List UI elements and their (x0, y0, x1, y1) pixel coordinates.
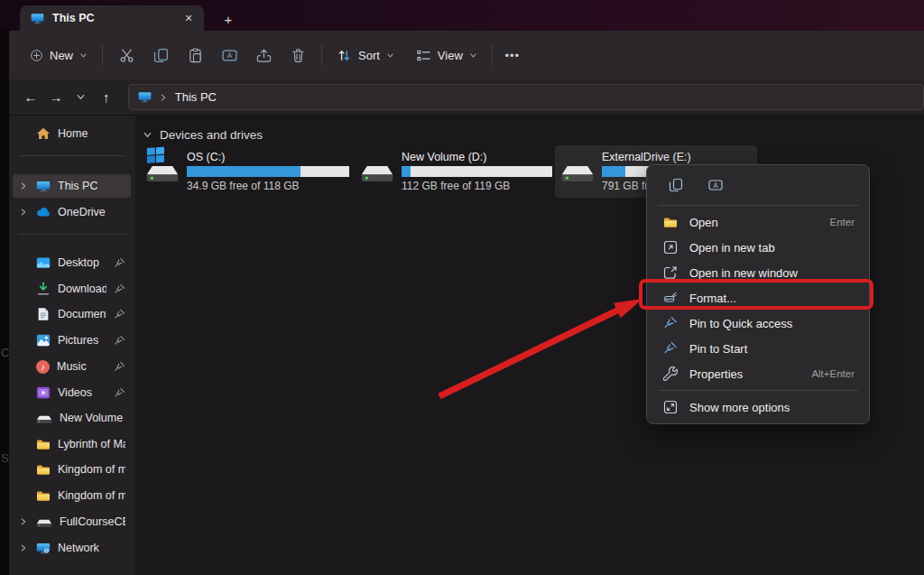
sort-button[interactable]: Sort (328, 42, 402, 69)
copy-button[interactable] (143, 41, 178, 70)
delete-button[interactable] (281, 41, 315, 70)
view-button[interactable]: View (408, 42, 485, 69)
wrench-icon (663, 366, 678, 381)
address-bar[interactable]: This PC (128, 84, 924, 110)
open-in-new-tab-icon (663, 240, 678, 255)
sidebar-item-lybrinth-of-magic[interactable]: Lybrinth of Magic (13, 432, 131, 456)
forward-button[interactable]: → (43, 85, 69, 110)
this-pc-monitor-icon (138, 91, 152, 103)
sidebar-separator (18, 155, 126, 156)
chevron-right-icon (19, 208, 28, 217)
sidebar-item-network[interactable]: Network (13, 536, 131, 560)
menu-item-shortcut: Alt+Enter (811, 368, 855, 379)
sidebar-item-label: New Volume (D:) (60, 412, 125, 424)
sidebar-item-new-volume-d[interactable]: New Volume (D:) (13, 406, 131, 430)
drive-name: New Volume (D:) (402, 151, 552, 163)
document-icon (36, 307, 51, 321)
sidebar-item-downloads[interactable]: Downloads (13, 277, 131, 301)
annotation-box-format (639, 279, 873, 310)
drive-usage-fill (402, 166, 411, 177)
sidebar-item-pictures[interactable]: Pictures (13, 329, 131, 352)
ellipsis-icon: ••• (504, 49, 520, 62)
copy-button[interactable] (661, 173, 690, 197)
sidebar-item-kingdom-of-magic-1[interactable]: Kingdom of magic (13, 458, 131, 481)
sidebar-item-documents[interactable]: Documents (13, 302, 131, 326)
new-button[interactable]: New (22, 43, 96, 68)
desktop-icon (36, 255, 51, 270)
toolbar: New Sort View ••• (9, 31, 924, 79)
menu-item-properties[interactable]: Properties Alt+Enter (651, 361, 865, 386)
sidebar-item-label: FullCourseCE (E:) (60, 515, 125, 528)
sidebar-item-music[interactable]: ♪ Music (13, 355, 131, 378)
rename-button[interactable] (701, 173, 730, 197)
breadcrumb-chevron-icon (159, 93, 168, 102)
drive-tile-new-volume-d[interactable]: New Volume (D:) 112 GB free of 119 GB (355, 145, 557, 198)
explorer-tab[interactable]: This PC ✕ (20, 5, 204, 31)
windows-logo-icon (146, 146, 165, 164)
sidebar-item-home[interactable]: Home (13, 122, 131, 145)
drive-usage-fill (602, 166, 625, 177)
menu-item-open[interactable]: Open Enter (651, 209, 865, 235)
folder-icon (663, 217, 678, 228)
pin-icon (114, 257, 125, 269)
copy-icon (669, 178, 683, 192)
sidebar-item-onedrive[interactable]: OneDrive (13, 200, 131, 224)
drive-usage-bar (402, 166, 552, 177)
menu-separator (658, 205, 858, 206)
sidebar-item-fullcoursece-e[interactable]: FullCourseCE (E:) (13, 510, 131, 533)
sidebar-item-label: Desktop (58, 256, 99, 269)
tab-close-icon[interactable]: ✕ (180, 10, 197, 26)
this-pc-monitor-icon (31, 13, 44, 24)
up-button[interactable]: ↑ (94, 85, 119, 110)
show-more-options-icon (663, 400, 678, 414)
sidebar-item-this-pc[interactable]: This PC (13, 174, 131, 198)
more-options-button[interactable]: ••• (499, 41, 526, 70)
sort-button-label: Sort (358, 49, 380, 62)
sidebar-item-label: Network (58, 542, 99, 554)
rename-button[interactable] (212, 41, 246, 70)
paste-icon (188, 48, 203, 63)
desktop-left-gutter (0, 31, 9, 575)
chevron-right-icon (19, 543, 28, 552)
back-button[interactable]: ← (18, 85, 43, 110)
menu-item-open-in-new-tab[interactable]: Open in new tab (651, 235, 865, 260)
sidebar-item-desktop[interactable]: Desktop (13, 251, 131, 274)
folder-icon (36, 464, 51, 476)
trash-icon (291, 48, 306, 63)
menu-item-label: Open (689, 216, 718, 229)
menu-item-shortcut: Enter (830, 217, 855, 227)
menu-item-label: Open in new tab (689, 241, 775, 255)
menu-item-pin-to-quick-access[interactable]: Pin to Quick access (651, 311, 865, 336)
sidebar-item-videos[interactable]: Videos (13, 381, 131, 404)
chevron-down-icon (143, 130, 152, 140)
plus-circle-icon (30, 49, 43, 62)
paste-button[interactable] (178, 41, 212, 70)
recent-locations-button[interactable] (69, 85, 94, 110)
pin-icon (114, 335, 125, 347)
menu-item-show-more-options[interactable]: Show more options (651, 394, 865, 420)
pin-icon (114, 283, 125, 295)
drive-name: ExternalDrive (E:) (602, 151, 755, 163)
open-in-new-window-icon (663, 265, 678, 280)
pin-icon (663, 316, 678, 330)
chevron-down-icon (386, 51, 394, 60)
menu-item-label: Properties (689, 367, 743, 381)
breadcrumb[interactable]: This PC (175, 90, 217, 104)
menu-item-pin-to-start[interactable]: Pin to Start (651, 336, 865, 361)
sidebar: Home This PC OneDrive Desktop Downloads (9, 116, 135, 575)
share-button[interactable] (246, 41, 281, 70)
download-arrow-icon (36, 282, 51, 296)
cut-button[interactable] (109, 41, 143, 70)
section-header-devices-and-drives[interactable]: Devices and drives (143, 128, 263, 142)
sidebar-item-label: Home (58, 127, 88, 140)
pin-icon (114, 361, 125, 373)
view-button-label: View (438, 49, 463, 62)
drive-tile-os-c[interactable]: OS (C:) 34.9 GB free of 118 GB (140, 145, 349, 198)
background-letter-c: C (1, 346, 9, 359)
drive-usage-bar (187, 166, 349, 177)
sidebar-item-label: Lybrinth of Magic (58, 438, 125, 450)
sidebar-item-label: Documents (58, 308, 106, 320)
new-tab-button[interactable]: + (218, 9, 238, 29)
rename-icon (222, 48, 237, 63)
sidebar-item-kingdom-of-magic-2[interactable]: Kingdom of magic (13, 484, 131, 507)
